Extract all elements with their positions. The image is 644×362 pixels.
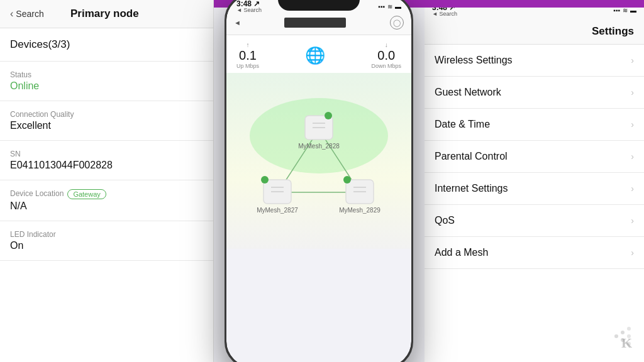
mesh-node-1-label: MyMesh_2828	[298, 143, 340, 150]
mesh-visualization[interactable]: MyMesh_2828 MyMesh_2827 MyMesh_2829	[226, 73, 411, 249]
upload-arrow: ↑	[236, 41, 259, 48]
settings-item-wireless[interactable]: Wireless Settings ›	[425, 45, 644, 77]
center-phone: 3:48 ↗ ◄ Search ▪▪▪ ≋ ▬ ◄ Home Network ◯	[225, 0, 419, 362]
qos-label: QoS	[435, 215, 455, 226]
add-mesh-label: Add a Mesh	[435, 247, 488, 258]
date-time-label: Date & Time	[435, 119, 490, 130]
svg-point-3	[627, 327, 631, 331]
left-panel: ‹ Search Primary node Devices(3/3) Statu…	[0, 0, 214, 362]
globe-icon: 🌐	[305, 46, 325, 65]
status-label: Status	[10, 70, 203, 79]
phone-screen: 3:48 ↗ ◄ Search ▪▪▪ ≋ ▬ ◄ Home Network ◯	[226, 0, 411, 362]
phone-back-text: ◄ Search	[236, 8, 262, 13]
phone-status-icons: ▪▪▪ ≋ ▬	[378, 3, 401, 10]
right-panel: 3:48 ↗ ◄ Search ▪▪▪ ≋ ▬ Settings Wireles…	[425, 0, 644, 362]
mesh-node-3-indicator	[343, 176, 351, 184]
connection-quality-value: Excellent	[10, 120, 203, 131]
status-section: Status Online	[0, 62, 213, 101]
mesh-node-2-label: MyMesh_2827	[257, 207, 298, 214]
led-indicator-label: LED Indicator	[10, 230, 203, 239]
download-stat: ↓ 0.0 Down Mbps	[371, 41, 401, 69]
gateway-badge: Gateway	[67, 189, 106, 199]
left-panel-title: Primary node	[44, 8, 165, 20]
right-signal-icon: ▪▪▪	[613, 7, 620, 14]
wifi-icon: ≋	[387, 3, 392, 10]
left-header: ‹ Search Primary node	[0, 0, 213, 28]
scribble-overlay	[284, 18, 346, 28]
upload-stat: ↑ 0.1 Up Mbps	[236, 41, 259, 69]
left-content: Devices(3/3) Status Online Connection Qu…	[0, 28, 213, 362]
mesh-node-3-label: MyMesh_2829	[339, 207, 380, 214]
mesh-svg: MyMesh_2828 MyMesh_2827 MyMesh_2829	[226, 73, 411, 249]
device-location-value: N/A	[10, 200, 203, 212]
settings-item-date-time[interactable]: Date & Time ›	[425, 109, 644, 141]
signal-icon: ▪▪▪	[378, 3, 385, 10]
settings-item-add-mesh[interactable]: Add a Mesh ›	[425, 237, 644, 269]
sn-value: E0411013044F002828	[10, 160, 203, 171]
parental-control-label: Parental Control	[435, 151, 508, 162]
right-battery-icon: ▬	[630, 7, 636, 14]
download-arrow: ↓	[371, 41, 401, 48]
guest-network-chevron-icon: ›	[631, 87, 634, 97]
wireless-settings-label: Wireless Settings	[435, 55, 513, 66]
right-status-icons: ▪▪▪ ≋ ▬	[613, 7, 636, 14]
settings-list: Wireless Settings › Guest Network › Date…	[425, 45, 644, 362]
user-icon: ◯	[393, 19, 401, 27]
phone-app-title: Home Network	[284, 18, 346, 28]
parental-control-chevron-icon: ›	[631, 151, 634, 162]
device-location-label: Device Location	[10, 189, 64, 198]
connection-quality-label: Connection Quality	[10, 110, 203, 119]
back-label: Search	[16, 9, 43, 19]
download-label: Down Mbps	[371, 63, 401, 69]
watermark: K	[604, 324, 635, 353]
phone-time: 3:48 ↗	[236, 0, 262, 8]
internet-settings-label: Internet Settings	[435, 183, 508, 194]
back-button[interactable]: ‹ Search	[10, 8, 44, 19]
led-indicator-section: LED Indicator On	[0, 221, 213, 261]
svg-text:K: K	[621, 335, 632, 349]
download-value: 0.0	[371, 48, 401, 63]
devices-section: Devices(3/3)	[0, 28, 213, 62]
phone-notch	[278, 0, 360, 11]
sn-label: SN	[10, 150, 203, 158]
back-chevron-icon: ‹	[10, 8, 13, 19]
status-value: Online	[10, 80, 203, 92]
settings-item-qos[interactable]: QoS ›	[425, 205, 644, 237]
date-time-chevron-icon: ›	[631, 119, 634, 129]
upload-value: 0.1	[236, 48, 259, 63]
internet-settings-chevron-icon: ›	[631, 184, 634, 194]
devices-count: Devices(3/3)	[10, 38, 203, 51]
phone-avatar-icon[interactable]: ◯	[390, 16, 404, 30]
settings-item-guest-network[interactable]: Guest Network ›	[425, 77, 644, 109]
connection-quality-section: Connection Quality Excellent	[0, 101, 213, 141]
led-indicator-value: On	[10, 240, 203, 251]
phone-app-header: ◄ Home Network ◯	[226, 13, 411, 35]
battery-icon: ▬	[395, 3, 401, 10]
upload-label: Up Mbps	[236, 63, 259, 69]
guest-network-label: Guest Network	[435, 87, 501, 98]
settings-item-parental-control[interactable]: Parental Control ›	[425, 141, 644, 173]
qos-chevron-icon: ›	[631, 216, 634, 226]
wireless-settings-chevron-icon: ›	[631, 55, 634, 65]
right-wifi-icon: ≋	[623, 7, 628, 14]
right-header: Settings	[425, 16, 644, 45]
right-panel-title: Settings	[592, 25, 634, 38]
globe-stat: 🌐	[305, 46, 325, 65]
phone-device: 3:48 ↗ ◄ Search ▪▪▪ ≋ ▬ ◄ Home Network ◯	[225, 0, 413, 362]
phone-stats-bar: ↑ 0.1 Up Mbps 🌐 ↓ 0.0 Down Mbps	[226, 35, 411, 73]
add-mesh-chevron-icon: ›	[631, 248, 634, 258]
phone-nav-back[interactable]: ◄	[234, 19, 241, 26]
mesh-node-2-indicator	[261, 176, 269, 184]
svg-point-0	[614, 334, 618, 338]
mesh-node-1-indicator	[325, 112, 332, 119]
device-location-section: Device Location Gateway N/A	[0, 180, 213, 221]
svg-point-1	[621, 331, 625, 334]
sn-section: SN E0411013044F002828	[0, 141, 213, 180]
settings-item-internet[interactable]: Internet Settings ›	[425, 173, 644, 205]
